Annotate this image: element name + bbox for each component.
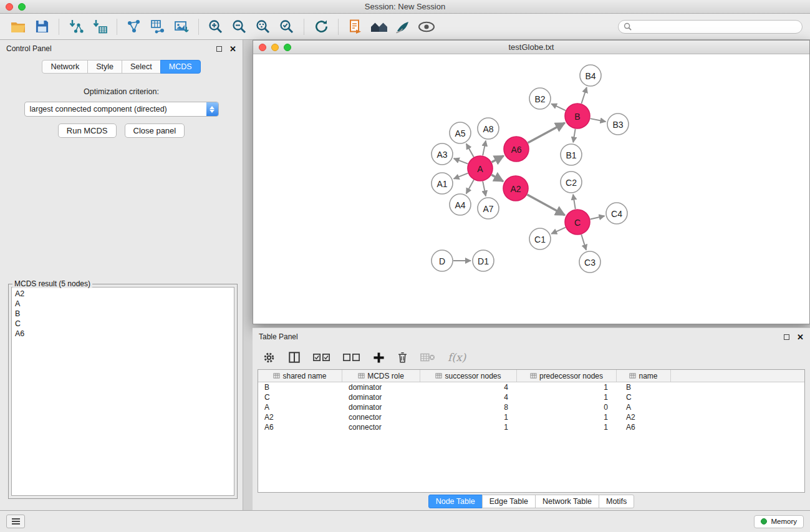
- node-A3[interactable]: A3: [432, 143, 453, 165]
- show-columns-icon[interactable]: [288, 351, 301, 364]
- edge-C-C2[interactable]: [573, 195, 576, 209]
- function-builder-icon[interactable]: f(x): [448, 351, 466, 364]
- node-B3[interactable]: B3: [607, 114, 629, 135]
- column-header-shared-name[interactable]: shared name: [258, 370, 342, 382]
- edge-C-C3[interactable]: [581, 235, 586, 250]
- edge-A-A6[interactable]: [492, 156, 504, 162]
- tab-style[interactable]: Style: [87, 60, 122, 74]
- search-field[interactable]: [618, 20, 803, 34]
- delete-table-icon[interactable]: [420, 352, 435, 362]
- memory-button[interactable]: Memory: [754, 515, 804, 528]
- node-D[interactable]: D: [432, 250, 453, 271]
- refresh-icon[interactable]: [311, 17, 331, 37]
- edge-B-B3[interactable]: [591, 118, 606, 122]
- edge-A-A7[interactable]: [483, 181, 486, 196]
- node-B4[interactable]: B4: [580, 65, 601, 86]
- edge-A-A2[interactable]: [491, 175, 503, 181]
- node-A4[interactable]: A4: [450, 194, 471, 215]
- zoom-fit-icon[interactable]: [253, 17, 273, 37]
- column-header-predecessor-nodes[interactable]: predecessor nodes: [517, 370, 617, 382]
- edge-C-C1[interactable]: [551, 228, 566, 234]
- network-minimize-button[interactable]: [271, 44, 279, 51]
- home-icon[interactable]: [369, 17, 389, 37]
- tab-edge-table[interactable]: Edge Table: [482, 495, 536, 508]
- run-mcds-button[interactable]: Run MCDS: [58, 123, 117, 138]
- tab-network-table[interactable]: Network Table: [535, 495, 599, 508]
- mcds-result-list[interactable]: A2ABCA6: [11, 287, 234, 496]
- table-settings-gear-icon[interactable]: [263, 351, 276, 364]
- new-network-icon[interactable]: [124, 17, 144, 37]
- edge-B-B2[interactable]: [551, 104, 566, 110]
- float-table-panel-icon[interactable]: [784, 334, 789, 340]
- add-column-icon[interactable]: [373, 352, 385, 364]
- delete-column-icon[interactable]: [397, 351, 408, 364]
- edge-C-C4[interactable]: [590, 216, 604, 219]
- network-close-button[interactable]: [259, 44, 266, 51]
- node-A2[interactable]: A2: [503, 176, 528, 201]
- tab-select[interactable]: Select: [122, 60, 161, 74]
- column-header-successor-nodes[interactable]: successor nodes: [420, 370, 517, 382]
- tab-node-table[interactable]: Node Table: [428, 495, 483, 508]
- float-panel-icon[interactable]: [216, 46, 222, 52]
- deselect-all-icon[interactable]: [343, 352, 360, 362]
- node-B1[interactable]: B1: [561, 144, 582, 165]
- network-canvas[interactable]: B4B2BB3A5A8A6B1A3AC2A1A2A4A7CC4C1C3DD1: [253, 54, 809, 324]
- zoom-selected-icon[interactable]: [277, 17, 297, 37]
- node-A1[interactable]: A1: [432, 173, 453, 194]
- node-C[interactable]: C: [565, 210, 590, 235]
- edge-A2-C[interactable]: [527, 195, 564, 215]
- save-session-icon[interactable]: [32, 17, 52, 37]
- tab-network[interactable]: Network: [42, 60, 88, 74]
- export-image-icon[interactable]: [171, 17, 191, 37]
- brush-icon[interactable]: [393, 17, 413, 37]
- import-network-icon[interactable]: [66, 17, 86, 37]
- node-B2[interactable]: B2: [529, 88, 551, 109]
- zoom-window-button[interactable]: [18, 3, 26, 11]
- edge-A-A1[interactable]: [454, 173, 468, 179]
- network-table-icon[interactable]: [148, 17, 168, 37]
- node-C3[interactable]: C3: [579, 251, 600, 273]
- result-item[interactable]: C: [15, 319, 231, 329]
- close-panel-icon[interactable]: ✕: [229, 45, 236, 53]
- edge-A6-B[interactable]: [528, 123, 564, 143]
- edge-A-A8[interactable]: [483, 141, 486, 156]
- zoom-in-icon[interactable]: [206, 17, 226, 37]
- show-panels-button[interactable]: [6, 515, 25, 528]
- node-B[interactable]: B: [565, 104, 590, 128]
- result-item[interactable]: B: [15, 309, 231, 319]
- close-panel-button[interactable]: Close panel: [125, 123, 185, 138]
- edge-B-B4[interactable]: [581, 87, 586, 104]
- import-table-icon[interactable]: [90, 17, 110, 37]
- tab-motifs[interactable]: Motifs: [599, 495, 634, 508]
- tab-mcds[interactable]: MCDS: [160, 60, 201, 74]
- node-C4[interactable]: C4: [606, 203, 627, 224]
- edge-B-B1[interactable]: [573, 129, 575, 143]
- column-header-name[interactable]: name: [617, 370, 671, 382]
- edge-A-A4[interactable]: [466, 180, 474, 193]
- node-A6[interactable]: A6: [504, 137, 529, 162]
- table-row[interactable]: A2connector11A2: [258, 412, 804, 422]
- optimization-criterion-dropdown[interactable]: largest connected component (directed): [24, 102, 219, 117]
- edge-A-A5[interactable]: [466, 143, 474, 157]
- table-row[interactable]: Cdominator41C: [258, 392, 804, 402]
- table-row[interactable]: A6connector11A6: [258, 422, 804, 432]
- table-row[interactable]: Adominator80A: [258, 402, 804, 412]
- node-A[interactable]: A: [468, 156, 493, 181]
- column-header-MCDS-role[interactable]: MCDS role: [342, 370, 420, 382]
- result-item[interactable]: A2: [15, 289, 231, 299]
- close-window-button[interactable]: [6, 3, 13, 11]
- search-input[interactable]: [635, 22, 797, 31]
- network-window-titlebar[interactable]: testGlobe.txt: [253, 41, 809, 54]
- table-row[interactable]: Bdominator41B: [258, 382, 804, 392]
- node-D1[interactable]: D1: [473, 250, 494, 271]
- node-A7[interactable]: A7: [478, 198, 499, 219]
- node-A5[interactable]: A5: [450, 122, 471, 143]
- edge-A-A3[interactable]: [454, 158, 468, 164]
- document-export-icon[interactable]: [345, 17, 365, 37]
- select-all-icon[interactable]: [313, 352, 330, 362]
- eye-icon[interactable]: [417, 17, 436, 37]
- node-C1[interactable]: C1: [529, 228, 551, 249]
- result-item[interactable]: A: [15, 299, 231, 309]
- node-A8[interactable]: A8: [478, 118, 499, 139]
- open-session-icon[interactable]: [8, 17, 28, 37]
